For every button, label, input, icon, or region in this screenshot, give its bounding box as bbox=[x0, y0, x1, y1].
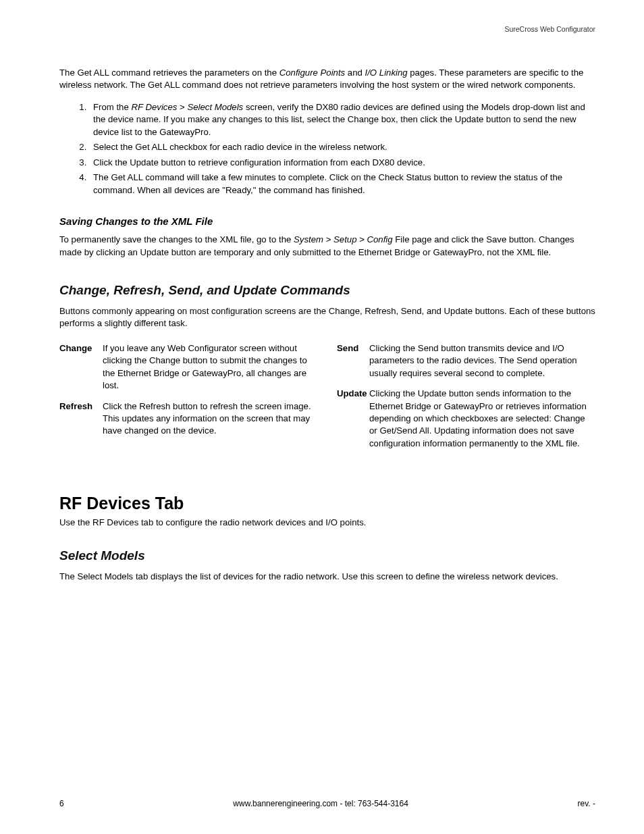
text-italic: Select Models bbox=[187, 102, 243, 112]
text: > bbox=[356, 234, 367, 244]
page-header-right: SureCross Web Configurator bbox=[59, 24, 595, 34]
text: > bbox=[177, 102, 187, 112]
commands-columns: Change If you leave any Web Configurator… bbox=[59, 342, 595, 459]
saving-paragraph: To permanently save the changes to the X… bbox=[59, 234, 595, 259]
text-italic: Config bbox=[367, 234, 393, 244]
step-item: Select the Get ALL checkbox for each rad… bbox=[89, 141, 595, 153]
step-item: From the RF Devices > Select Models scre… bbox=[89, 101, 595, 138]
text-italic: Setup bbox=[333, 234, 356, 244]
intro-paragraph: The Get ALL command retrieves the parame… bbox=[59, 67, 595, 92]
step-item: Click the Update button to retrieve conf… bbox=[89, 157, 595, 169]
select-models-heading: Select Models bbox=[59, 547, 595, 565]
def-change: Change If you leave any Web Configurator… bbox=[59, 342, 318, 392]
def-desc: Click the Refresh button to refresh the … bbox=[103, 400, 318, 438]
select-models-intro: The Select Models tab displays the list … bbox=[59, 571, 595, 583]
text: From the bbox=[93, 102, 131, 112]
text: The Get ALL command retrieves the parame… bbox=[59, 68, 279, 78]
text: To permanently save the changes to the X… bbox=[59, 234, 294, 244]
text-italic: RF Devices bbox=[131, 102, 177, 112]
footer-page-number: 6 bbox=[59, 798, 64, 810]
text: and bbox=[345, 68, 365, 78]
def-term: Refresh bbox=[59, 400, 103, 438]
rf-devices-heading: RF Devices Tab bbox=[59, 492, 595, 515]
def-term: Change bbox=[59, 342, 103, 392]
commands-col-right: Send Clicking the Send button transmits … bbox=[337, 342, 595, 459]
steps-list: From the RF Devices > Select Models scre… bbox=[89, 101, 595, 197]
text-italic: System bbox=[294, 234, 323, 244]
def-desc: Clicking the Send button transmits devic… bbox=[369, 342, 595, 380]
rf-devices-intro: Use the RF Devices tab to configure the … bbox=[59, 517, 595, 529]
text-italic: I/O Linking bbox=[365, 68, 408, 78]
commands-heading: Change, Refresh, Send, and Update Comman… bbox=[59, 282, 595, 300]
text-italic: Configure Points bbox=[279, 68, 346, 78]
def-refresh: Refresh Click the Refresh button to refr… bbox=[59, 400, 318, 438]
footer-center: www.bannerengineering.com - tel: 763-544… bbox=[233, 798, 408, 810]
page-footer: 6 www.bannerengineering.com - tel: 763-5… bbox=[59, 798, 595, 810]
step-item: The Get ALL command will take a few minu… bbox=[89, 172, 595, 197]
def-update: Update Clicking the Update button sends … bbox=[337, 388, 595, 450]
def-desc: Clicking the Update button sends informa… bbox=[369, 388, 595, 450]
def-desc: If you leave any Web Configurator screen… bbox=[103, 342, 318, 392]
footer-revision: rev. - bbox=[578, 798, 595, 810]
text: > bbox=[323, 234, 333, 244]
commands-intro: Buttons commonly appearing on most confi… bbox=[59, 305, 595, 330]
saving-heading: Saving Changes to the XML File bbox=[59, 214, 595, 228]
def-term: Send bbox=[337, 342, 369, 380]
def-send: Send Clicking the Send button transmits … bbox=[337, 342, 595, 380]
commands-col-left: Change If you leave any Web Configurator… bbox=[59, 342, 318, 459]
def-term: Update bbox=[337, 388, 369, 450]
